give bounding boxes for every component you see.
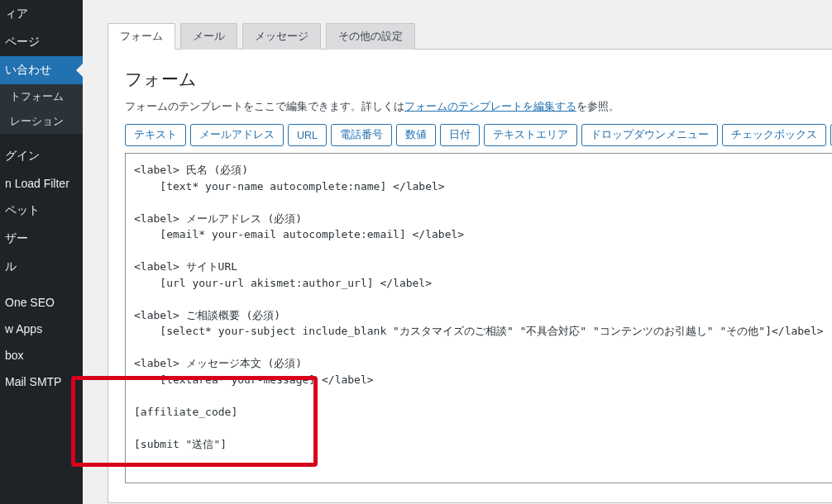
tag-btn-dropdown[interactable]: ドロップダウンメニュー [581,124,718,146]
sidebar-item-label: w Apps [5,322,42,335]
tag-btn-url[interactable]: URL [288,124,327,146]
desc-text: を参照。 [576,100,619,112]
sidebar-item-label: グイン [5,149,40,162]
admin-sidebar: ィア ページ い合わせ トフォーム レーション グイン n Load Filte… [0,0,83,504]
tag-btn-email[interactable]: メールアドレス [190,124,284,146]
sidebar-item-label: ページ [5,35,40,48]
sidebar-item-label: ザー [5,231,28,245]
main-content: フォーム メール メッセージ その他の設定 フォーム フォームのテンプレートをこ… [83,0,832,504]
sidebar-subitem-contact-form[interactable]: トフォーム [0,84,83,109]
panel-description: フォームのテンプレートをここで編集できます。詳しくはフォームのテンプレートを編集… [125,99,832,114]
sidebar-item-contact[interactable]: い合わせ [0,56,83,84]
sidebar-item-label: ペット [5,203,40,216]
sidebar-item-label: レーション [10,115,64,127]
sidebar-item-load-filter[interactable]: n Load Filter [0,170,83,197]
tab-messages[interactable]: メッセージ [242,23,321,50]
sidebar-item-label: Mail SMTP [5,375,61,388]
sidebar-item-w-apps[interactable]: w Apps [0,316,83,342]
sidebar-item-pages[interactable]: ページ [0,28,83,56]
desc-text: フォームのテンプレートをここで編集できます。詳しくは [125,100,404,112]
tab-mail[interactable]: メール [180,23,237,50]
sidebar-item-label: ル [5,259,17,273]
sidebar-item-label: ィア [5,7,28,20]
sidebar-item-mail-smtp[interactable]: Mail SMTP [0,368,83,395]
tab-label: フォーム [120,30,163,42]
sidebar-item-users[interactable]: ザー [0,225,83,253]
form-panel: フォーム フォームのテンプレートをここで編集できます。詳しくはフォームのテンプレ… [108,49,832,503]
tab-other-settings[interactable]: その他の設定 [326,23,415,50]
editor-tabs: フォーム メール メッセージ その他の設定 [108,23,832,50]
tag-btn-checkbox[interactable]: チェックボックス [722,124,826,146]
form-template-textarea[interactable] [125,153,832,483]
tag-btn-number[interactable]: 数値 [396,124,436,146]
sidebar-item-one-seo[interactable]: One SEO [0,289,83,316]
sidebar-item-label: トフォーム [10,90,64,102]
panel-heading: フォーム [125,68,832,91]
tag-generator-buttons: テキスト メールアドレス URL 電話番号 数値 日付 テキストエリア ドロップ… [125,124,832,146]
sidebar-item-label: n Load Filter [5,177,69,190]
sidebar-subitem-integration[interactable]: レーション [0,109,83,134]
tab-label: その他の設定 [338,30,403,42]
tag-btn-tel[interactable]: 電話番号 [331,124,392,146]
sidebar-item-label: One SEO [5,296,55,309]
tag-btn-date[interactable]: 日付 [440,124,480,146]
tab-form[interactable]: フォーム [108,23,175,50]
sidebar-item-snippets[interactable]: ペット [0,197,83,225]
sidebar-item-box[interactable]: box [0,342,83,368]
tag-btn-text[interactable]: テキスト [125,124,186,146]
sidebar-item-plugins[interactable]: グイン [0,142,83,170]
sidebar-item-label: box [5,349,24,362]
tag-btn-textarea[interactable]: テキストエリア [484,124,577,146]
sidebar-item-label: い合わせ [5,63,51,76]
tab-label: メッセージ [255,30,308,42]
sidebar-item-media[interactable]: ィア [0,0,83,28]
desc-link-edit-template[interactable]: フォームのテンプレートを編集する [404,100,576,112]
sidebar-item-tools[interactable]: ル [0,253,83,281]
tab-label: メール [193,30,225,42]
